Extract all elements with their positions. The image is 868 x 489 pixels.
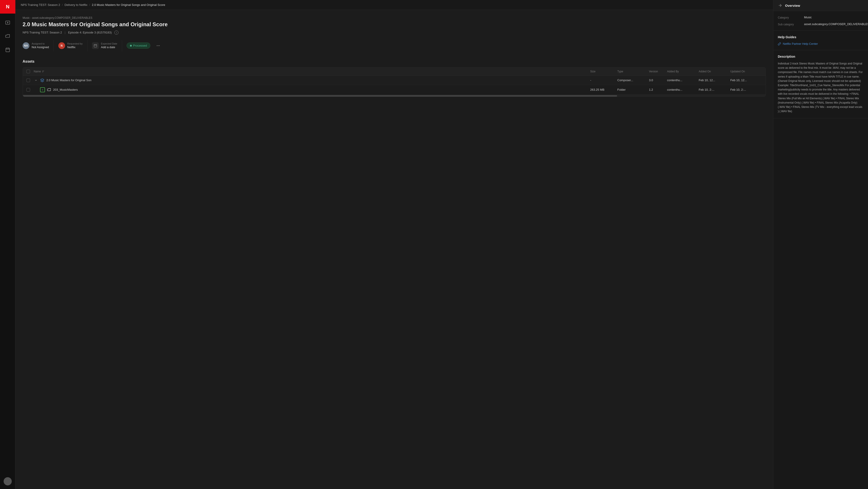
row1-name-cell: 2.0 Music Masters for Original Son <box>34 78 590 83</box>
sidebar: N <box>0 0 16 489</box>
category-section: Category Music Sub category asset.subcat… <box>773 11 868 31</box>
row1-checkbox[interactable] <box>26 79 30 82</box>
assets-table: Name Size Type Version Added By Added On… <box>23 67 766 97</box>
expected-label: Expected Date <box>101 42 117 45</box>
svg-marker-1 <box>7 22 8 23</box>
breadcrumb-sep-2: / <box>89 3 90 6</box>
row2-expand-button[interactable] <box>40 87 45 92</box>
row2-name-cell: 203_MusicMasters <box>34 87 590 92</box>
size-column-header: Size <box>590 70 617 73</box>
episode-label: Episode 4: Episode 3 (81579183) <box>68 31 112 34</box>
row2-updated-on: Feb 10, 2:... <box>730 88 762 91</box>
requested-label: Requested by <box>67 42 83 45</box>
row2-added-by: contenthu... <box>667 88 699 91</box>
breadcrumb: NPS Training TEST: Season 2 / Delivery t… <box>16 0 773 10</box>
requested-avatar: N <box>58 42 65 49</box>
panel-header-icon <box>778 3 782 8</box>
row1-added-by: contenthu... <box>667 79 699 82</box>
assigned-content: Assigned to Not Assigned <box>32 42 49 49</box>
category-row: Category Music <box>778 16 864 19</box>
breadcrumb-current: 2.0 Music Masters for Original Songs and… <box>92 3 165 6</box>
help-guides-section: Help Guides Netflix Partner Help Center <box>773 31 868 50</box>
page-body: Music - asset.subcategory.COMPOSER_DELIV… <box>16 10 773 489</box>
assets-title: Assets <box>23 59 766 63</box>
help-link-text: Netflix Partner Help Center <box>783 42 818 46</box>
type-column-header: Type <box>617 70 649 73</box>
requested-by-item[interactable]: N Requested by Netflix <box>54 40 88 51</box>
info-icon[interactable]: i <box>114 31 119 35</box>
row1-size: - <box>590 79 617 82</box>
assigned-value: Not Assigned <box>32 46 49 49</box>
processed-badge[interactable]: Processed <box>127 42 150 49</box>
page-meta: NPS Training TEST: Season 2 | Episode 4:… <box>23 31 766 35</box>
row2-version: 1.2 <box>649 88 667 91</box>
folder-icon <box>47 88 51 92</box>
checkbox-header <box>26 70 34 73</box>
category-label: Category <box>778 16 800 19</box>
page-title: 2.0 Music Masters for Original Songs and… <box>23 21 766 28</box>
description-title: Description <box>778 55 864 58</box>
processed-dot <box>130 45 132 47</box>
breadcrumb-sep-1: / <box>62 3 63 6</box>
status-bar: NA Assigned to Not Assigned N Requested … <box>23 40 766 53</box>
user-avatar[interactable] <box>4 477 12 485</box>
category-value: Music <box>804 16 864 19</box>
app-logo[interactable]: N <box>0 0 16 13</box>
calendar-icon <box>92 42 99 49</box>
svg-point-11 <box>158 45 159 46</box>
assigned-label: Assigned to <box>32 42 49 45</box>
video-nav-icon[interactable] <box>3 18 13 28</box>
assigned-avatar: NA <box>23 42 29 49</box>
help-guides-title: Help Guides <box>778 35 864 39</box>
expected-date-item[interactable]: Expected Date Add a date <box>88 40 122 51</box>
requested-content: Requested by Netflix <box>67 42 83 49</box>
row1-version: 3.0 <box>649 79 667 82</box>
right-panel: Overview Category Music Sub category ass… <box>773 0 868 489</box>
folder-nav-icon[interactable] <box>3 31 13 41</box>
expected-content: Expected Date Add a date <box>101 42 117 49</box>
row2-size: 263.25 MB <box>590 88 617 91</box>
page-subtitle: Music - asset.subcategory.COMPOSER_DELIV… <box>23 16 766 20</box>
select-all-checkbox[interactable] <box>26 70 30 73</box>
expected-value: Add a date <box>101 46 117 49</box>
row2-type: Folder <box>617 88 649 91</box>
added-by-column-header: Added By <box>667 70 699 73</box>
row1-updated-on: Feb 10, 12... <box>730 79 762 82</box>
assets-section: Assets Name Size <box>23 59 766 97</box>
row2-checkbox[interactable] <box>26 88 30 92</box>
row2-checkbox-cell <box>26 88 34 92</box>
processed-label: Processed <box>133 44 147 47</box>
subcategory-label: Sub category <box>778 22 800 26</box>
row2-name: 203_MusicMasters <box>53 88 78 91</box>
breadcrumb-delivery[interactable]: Delivery to Netflix <box>65 3 88 6</box>
panel-header: Overview <box>773 0 868 11</box>
added-on-column-header: Added On <box>699 70 730 73</box>
table-scrollbar[interactable] <box>23 95 766 96</box>
scrollbar-thumb[interactable] <box>23 95 617 96</box>
stack-icon <box>40 78 44 83</box>
updated-on-column-header: Updated On <box>730 70 762 73</box>
table-row: 2.0 Music Masters for Original Son - Com… <box>23 76 766 85</box>
description-text: Individual 2-track Stereo Music Masters … <box>778 61 864 114</box>
name-column-header[interactable]: Name <box>34 70 590 73</box>
table-row: 203_MusicMasters 263.25 MB Folder 1.2 co… <box>23 85 766 95</box>
row1-expand-button[interactable] <box>34 78 38 83</box>
breadcrumb-season[interactable]: NPS Training TEST: Season 2 <box>21 3 60 6</box>
row2-added-on: Feb 10, 2:... <box>699 88 730 91</box>
help-link[interactable]: Netflix Partner Help Center <box>778 42 864 46</box>
row1-checkbox-cell <box>26 79 34 82</box>
table-header: Name Size Type Version Added By Added On… <box>23 67 766 76</box>
main-content: NPS Training TEST: Season 2 / Delivery t… <box>16 0 773 489</box>
assigned-to-item[interactable]: NA Assigned to Not Assigned <box>23 40 54 51</box>
subcategory-row: Sub category asset.subcategory.COMPOSER_… <box>778 22 864 26</box>
panel-header-title: Overview <box>785 4 800 7</box>
more-options-button[interactable] <box>155 42 162 49</box>
series-label: NPS Training TEST: Season 2 <box>23 31 62 34</box>
row1-added-on: Feb 10, 12... <box>699 79 730 82</box>
description-section: Description Individual 2-track Stereo Mu… <box>773 50 868 118</box>
calendar-nav-icon[interactable] <box>3 45 13 55</box>
subcategory-value: asset.subcategory.COMPOSER_DELIVERABLES <box>804 22 868 26</box>
svg-rect-2 <box>6 48 9 52</box>
row1-name: 2.0 Music Masters for Original Son <box>46 79 91 82</box>
requested-value: Netflix <box>67 46 83 49</box>
